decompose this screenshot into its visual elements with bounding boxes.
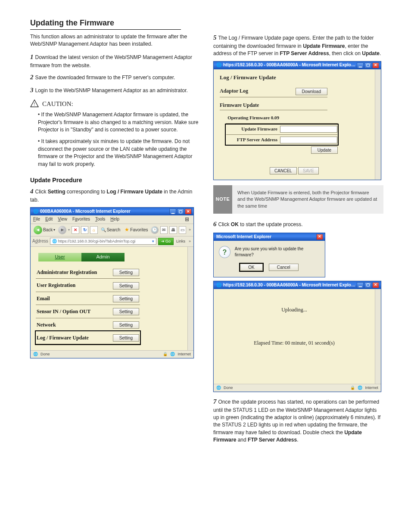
ie-icon: 🌐 [33,208,38,215]
uploading-window: 🌐 https://192.168.0.30 - 000BAA06000A - … [213,281,381,392]
maximize-button[interactable]: ▢ [364,62,371,68]
close-button[interactable]: ✕ [185,208,192,215]
caution-label: CAUTION: [42,100,73,109]
ie-icon: 🌐 [216,282,221,289]
cancel-button[interactable]: CANCEL [270,167,297,174]
home-button[interactable]: ⌂ [90,226,97,234]
dialog-title: Microsoft Internet Explorer [216,234,316,240]
setting-button[interactable]: Setting [113,334,139,342]
favorites-button[interactable]: ★Favorites [123,226,149,234]
tab-strip: User Admin [38,253,183,261]
update-firmware-row: Update Firmware [226,125,337,134]
row-email: Email Setting [36,292,140,305]
forward-button[interactable]: ► [58,226,66,234]
close-button[interactable]: ✕ [372,282,379,288]
admin-browser-window: 🌐 000BAA06000A - Microsoft Internet Expl… [30,207,194,358]
row-admin-registration: Administrator Registration Setting [36,266,140,279]
refresh-button[interactable]: ↻ [81,226,88,234]
tab-user[interactable]: User [38,253,81,261]
toolbar-overflow[interactable]: » [188,227,192,233]
menu-view[interactable]: View [58,216,67,223]
stop-button[interactable]: ✕ [72,226,79,234]
update-button[interactable]: Update [311,146,338,154]
tab-admin[interactable]: Admin [81,253,125,261]
window-title: 000BAA06000A - Microsoft Internet Explor… [40,208,169,215]
confirm-dialog: Microsoft Internet Explorer ✕ ? Are you … [213,233,325,277]
back-button[interactable]: ◄Back ▾ [32,225,56,235]
row-log-firmware: Log / Firmware Update Setting [36,331,140,344]
menu-tools[interactable]: Tools [95,216,105,223]
step-1: 1Download the latest version of the Web/… [30,53,200,69]
row-network: Network Setting [36,318,140,331]
update-firmware-input[interactable] [280,126,337,133]
globe-icon: 🌐 [170,352,175,357]
question-icon: ? [219,246,230,258]
svg-text:!: ! [34,101,35,106]
setting-button[interactable]: Setting [113,269,139,276]
update-procedure-heading: Update Procedure [30,176,200,184]
cancel-button[interactable]: Cancel [269,264,299,271]
links-overflow[interactable]: » [188,239,192,244]
scrollbar[interactable] [187,247,193,350]
go-button[interactable]: ➔ Go [158,238,174,245]
ftp-server-input[interactable] [280,137,337,143]
step-5: 5The Log / Firmware Update page opens. E… [213,33,383,58]
window-title: https://192.168.0.30 - 000BAA06000A - Mi… [223,282,357,289]
download-button[interactable]: Download [296,88,327,95]
mail-button[interactable]: ✉ [160,226,168,234]
note-box: NOTE When Update Firmware is entered, bo… [213,185,383,214]
menu-favorites[interactable]: Favorites [72,216,90,223]
row-user-registration: User Registration Setting [36,279,140,292]
search-button[interactable]: 🔍Search [100,227,122,234]
dialog-message: Are you sure you wish to update the firm… [235,246,320,258]
firmware-window: 🌐 https://192.168.0.30 - 000BAA06000A - … [213,61,381,180]
close-button[interactable]: ✕ [372,62,379,68]
note-text: When Update Firmware is entered, both th… [232,185,383,214]
save-button[interactable]: SAVE [298,167,319,174]
edit-button[interactable]: ▭ [179,226,186,234]
maximize-button[interactable]: ▢ [177,208,184,215]
setting-button[interactable]: Setting [113,321,139,329]
toolbar: ◄Back ▾ ► ▾ ✕ ↻ ⌂ 🔍Search ★Favorites 🕒 ✉… [31,224,193,236]
row-sensor: Sensor IN / Option OUT Setting [36,305,140,318]
setting-button[interactable]: Setting [113,308,139,315]
ok-button[interactable]: OK [240,264,262,271]
setting-button[interactable]: Setting [113,295,139,302]
step-2: 2Save the downloaded firmware to the FTP… [30,73,200,82]
firmware-update-label: Firmware Update [220,102,259,108]
history-button[interactable]: 🕒 [151,226,158,234]
scrollbar[interactable] [375,289,381,384]
menu-bar: File Edit View Favorites Tools Help ⊞ [31,215,193,224]
warning-icon: ! [30,100,39,107]
status-bar: 🌐Done 🔒 🌐 Internet [31,350,193,358]
scrollbar[interactable] [375,69,381,180]
caution-text-1: • If the Web/SNMP Management Adaptor fir… [38,111,200,134]
close-button[interactable]: ✕ [316,234,323,240]
caution-text-2: • It takes approximately six minutes to … [38,138,200,168]
menu-edit[interactable]: Edit [45,216,53,223]
print-button[interactable]: 🖶 [169,226,177,234]
ftp-server-row: FTP Server Address [226,136,337,144]
step-4: 4Click Setting corresponding to Log / Fi… [30,187,200,204]
globe-icon: 🌐 [358,385,362,391]
operating-firmware: Operating Firmware 0.09 [226,114,338,122]
minimize-button[interactable]: ▁ [357,62,364,68]
setting-button[interactable]: Setting [113,282,139,289]
ie-icon: 🌐 [216,62,221,68]
step-3: 3Login to the Web/SNMP Management Adapto… [30,86,200,95]
menu-help[interactable]: Help [110,216,119,223]
window-title: https://192.168.0.30 - 000BAA06000A - Mi… [223,62,357,68]
adaptor-log-row: Adaptor Log Download [220,86,327,97]
elapsed-time: Elapsed Time: 00 minute, 01 second(s) [254,339,334,347]
links-label[interactable]: Links [175,239,186,244]
intro-text: This function allows an administrator to… [30,33,200,48]
minimize-button[interactable]: ▁ [169,208,176,215]
lock-icon: 🔒 [350,385,355,391]
address-input[interactable]: 🌐https://192.168.0.30/cgi-bin/TabAdminTo… [50,238,156,245]
page-heading: Log / Firmware Update [220,74,369,82]
section-heading: Updating the Firmware [30,17,181,30]
minimize-button[interactable]: ▁ [357,282,364,288]
menu-file[interactable]: File [33,216,40,223]
address-bar: Address 🌐https://192.168.0.30/cgi-bin/Ta… [31,236,193,247]
maximize-button[interactable]: ▢ [364,282,371,288]
